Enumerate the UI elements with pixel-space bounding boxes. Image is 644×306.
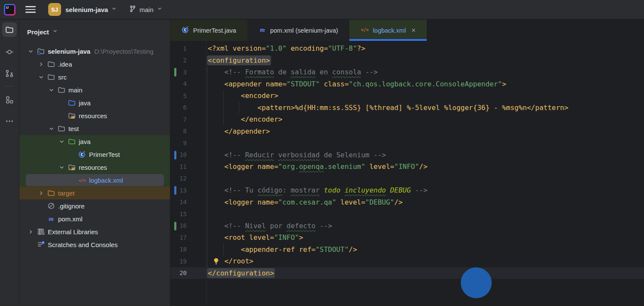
code-line-1[interactable]: 1<?xml version="1.0" encoding="UTF-8"?> [170,43,644,55]
gutter[interactable]: 12 [170,173,206,185]
gutter[interactable]: 15 [170,208,206,220]
chevron-down-icon[interactable] [59,138,68,145]
gutter[interactable]: 19 [170,255,206,267]
chevron-down-icon[interactable] [28,48,37,55]
code-line-3[interactable]: 3 <!-- Formato de salida en consola --> [170,66,644,78]
gutter[interactable]: 10 [170,149,206,161]
tree-row-java[interactable]: java [19,135,170,148]
code-line-2[interactable]: 2<configuration> [170,55,644,67]
code-line-15[interactable]: 15 [170,208,644,220]
vcs-branch-selector[interactable]: main [129,5,163,14]
xml-file-icon: </> [78,176,86,184]
code-text: </appender> [206,127,270,135]
tree-row-scratches-and-consoles[interactable]: Scratches and Consoles [19,238,170,251]
code-line-8[interactable]: 8 </appender> [170,125,644,138]
line-number: 2 [183,57,206,64]
code-text: <pattern>%d{HH:mm:ss.SSS} [%thread] %-5l… [206,104,568,112]
editor[interactable]: 1<?xml version="1.0" encoding="UTF-8"?>2… [170,41,644,306]
tab-pom-xml-selenium-java-[interactable]: mpom.xml (selenium-java) [247,20,349,41]
tree-row-external-libraries[interactable]: External Libraries [19,225,170,238]
line-number: 1 [183,45,206,52]
tree-row-test[interactable]: test [19,122,170,135]
main-menu-icon[interactable] [25,4,37,15]
chevron-right-icon[interactable] [38,61,47,67]
project-avatar[interactable]: SJ [48,3,61,16]
code-line-12[interactable]: 12 [170,173,644,185]
structure-tool-icon[interactable] [2,92,17,107]
code-line-5[interactable]: 5 <encoder> [170,90,644,102]
code-line-13[interactable]: 13 <!-- Tu código: mostrar todo incluyen… [170,184,644,196]
tab-label: pom.xml (selenium-java) [270,27,338,34]
code-line-11[interactable]: 11 <logger name="org.openqa.selenium" le… [170,161,644,173]
tree-row--idea[interactable]: .idea [19,58,170,70]
line-number: 3 [183,69,206,76]
gutter[interactable]: 1 [170,43,206,55]
tree-row-main[interactable]: main [19,83,170,96]
line-number: 14 [179,199,206,205]
gutter[interactable]: 20 [170,267,206,279]
chevron-down-icon[interactable] [48,87,58,93]
gutter[interactable]: 13 [170,184,206,196]
project-selector[interactable]: selenium-java [65,6,108,13]
gutter[interactable]: 4 [170,78,206,90]
gutter[interactable]: 6 [170,102,206,114]
tree-row-pom-xml[interactable]: mpom.xml [19,212,170,225]
gutter[interactable]: 17 [170,232,206,244]
code-line-19[interactable]: 19 </root> [170,255,644,267]
chevron-down-icon [157,6,163,13]
gutter[interactable]: 7 [170,113,206,125]
tree-row-selenium-java[interactable]: selenium-javaD:\Proyectos\Testing [19,45,170,58]
close-icon[interactable]: × [411,27,415,34]
tree-item-label: .idea [58,61,72,68]
gutter[interactable]: 14 [170,196,206,208]
gutter[interactable]: 8 [170,125,206,138]
chevron-right-icon[interactable] [28,229,37,235]
chevron-down-icon[interactable] [59,164,68,171]
tree-row-resources[interactable]: resources [19,161,170,174]
code-line-20[interactable]: 20</configuration> [170,267,644,279]
line-number: 4 [183,80,206,87]
tab-primertest-java[interactable]: CPrimerTest.java [170,20,247,41]
gutter[interactable]: 2 [170,55,206,67]
line-number: 5 [183,92,206,99]
chevron-down-icon[interactable] [48,125,58,132]
chevron-down-icon[interactable] [38,74,47,80]
gutter[interactable]: 5 [170,90,206,102]
code-line-9[interactable]: 9 [170,137,644,149]
tree-row-primertest[interactable]: CPrimerTest [19,148,170,161]
code-line-4[interactable]: 4 <appender name="STDOUT" class="ch.qos.… [170,78,644,90]
code-text: </encoder> [206,115,282,123]
gutter[interactable]: 3 [170,66,206,78]
cursor-highlight [461,267,492,298]
indent-guide [239,101,239,113]
code-line-17[interactable]: 17 <root level="INFO"> [170,232,644,244]
tree-row-resources[interactable]: resources [19,109,170,122]
project-panel-header[interactable]: Project [19,20,170,38]
tree-item-label: External Libraries [48,228,98,236]
code-line-16[interactable]: 16 <!-- Nivel por defecto --> [170,220,644,232]
tab-logback-xml[interactable]: </>logback.xml× [349,20,427,41]
chevron-right-icon[interactable] [38,190,47,196]
code-line-7[interactable]: 7 </encoder> [170,113,644,125]
intention-bulb-icon[interactable] [213,257,220,267]
commit-tool-icon[interactable] [2,45,17,59]
test-folder-icon [68,138,76,145]
tree-row-logback-xml[interactable]: </>logback.xml [19,174,170,187]
tree-row-src[interactable]: src [19,70,170,83]
gutter[interactable]: 11 [170,161,206,173]
gutter[interactable]: 9 [170,137,206,149]
tree-row--gitignore[interactable]: .gitignore [19,199,170,212]
tree-row-target[interactable]: target [19,187,170,199]
code-line-18[interactable]: 18 <appender-ref ref="STDOUT"/> [170,244,644,256]
version-control-tool-icon[interactable] [2,66,17,81]
tree-row-java[interactable]: java [19,96,170,109]
code-line-6[interactable]: 6 <pattern>%d{HH:mm:ss.SSS} [%thread] %-… [170,102,644,114]
gutter[interactable]: 18 [170,244,206,256]
line-number: 6 [183,104,206,111]
gutter[interactable]: 16 [170,220,206,232]
maven-icon: m [47,215,55,223]
code-line-10[interactable]: 10 <!-- Reducir verbosidad de Selenium -… [170,149,644,161]
code-line-14[interactable]: 14 <logger name="com.cesar.qa" level="DE… [170,196,644,208]
more-tool-windows-icon[interactable] [2,114,17,129]
project-tool-icon[interactable] [2,22,17,37]
